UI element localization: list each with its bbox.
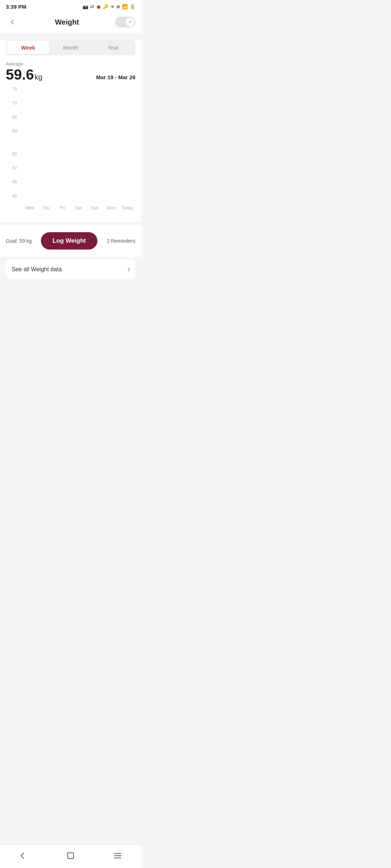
x-label-fri: Fri xyxy=(54,205,71,210)
status-icons: 📷 ⇄ ⏺ 🔑 ✳ ⊕ 📶 🔋 xyxy=(83,4,135,10)
wifi-icon: 📶 xyxy=(122,4,128,9)
x-label-wed: Wed xyxy=(22,205,38,210)
action-bar: Goal: 59 kg Log Weight 2 Reminders xyxy=(0,225,141,257)
period-tabs: Week Month Year xyxy=(6,40,135,55)
status-bar: 3:39 PM 📷 ⇄ ⏺ 🔑 ✳ ⊕ 📶 🔋 xyxy=(0,0,141,12)
tab-week[interactable]: Week xyxy=(7,41,49,54)
trend-up-icon: ↗ xyxy=(128,20,132,25)
back-button[interactable] xyxy=(6,16,19,29)
exchange-icon: ⇄ xyxy=(90,4,94,9)
y-label-55: 55 xyxy=(0,152,20,157)
key-icon: 🔑 xyxy=(103,4,109,9)
average-section: Average 59.6 kg Mar 19 - Mar 26 xyxy=(0,55,141,85)
see-all-section[interactable]: See all Weight data xyxy=(6,260,135,279)
page-title: Weight xyxy=(55,18,79,26)
date-range: Mar 19 - Mar 26 xyxy=(96,74,135,82)
chevron-right-icon xyxy=(126,267,130,271)
header: Weight ↗ xyxy=(0,12,141,34)
average-value: 59.6 xyxy=(6,67,34,82)
y-label-45: 45 xyxy=(0,193,20,199)
chart-container: 74 70 66 63 55 52 48 45 xyxy=(0,85,141,222)
camera-icon: 📷 xyxy=(83,4,88,9)
signal-icon: ⊕ xyxy=(116,4,120,9)
y-label-63: 63 xyxy=(0,128,20,133)
reminders-text[interactable]: 2 Reminders xyxy=(107,238,135,244)
goal-text: Goal: 59 kg xyxy=(6,238,32,244)
x-label-mon: Mon xyxy=(103,205,119,210)
trend-toggle-button[interactable]: ↗ xyxy=(115,17,135,27)
record-icon: ⏺ xyxy=(96,4,101,10)
x-axis: Wed Thu Fri Sat Sun Mon Today xyxy=(22,203,135,210)
y-label-48: 48 xyxy=(0,179,20,184)
tab-year[interactable]: Year xyxy=(92,41,134,54)
status-time: 3:39 PM xyxy=(6,4,26,10)
average-label: Average xyxy=(6,61,42,67)
y-label-66: 66 xyxy=(0,115,20,120)
bluetooth-icon: ✳ xyxy=(110,4,114,9)
tab-month[interactable]: Month xyxy=(49,41,92,54)
y-label-74: 74 xyxy=(0,86,20,92)
x-label-today: Today xyxy=(119,205,135,210)
average-unit: kg xyxy=(35,73,42,81)
y-label-70: 70 xyxy=(0,101,20,106)
y-axis: 74 70 66 63 55 52 48 45 xyxy=(0,85,20,200)
see-all-text: See all Weight data xyxy=(12,266,62,273)
x-label-sat: Sat xyxy=(71,205,87,210)
back-arrow-icon xyxy=(11,20,16,25)
main-content: Week Month Year Average 59.6 kg Mar 19 -… xyxy=(0,40,141,222)
battery-icon: 🔋 xyxy=(130,4,135,9)
log-weight-button[interactable]: Log Weight xyxy=(41,232,97,250)
data-value-label: 59 xyxy=(24,146,28,150)
y-label-52: 52 xyxy=(0,166,20,171)
x-label-sun: Sun xyxy=(87,205,103,210)
x-label-thu: Thu xyxy=(38,205,54,210)
trend-toggle-knob: ↗ xyxy=(126,18,134,26)
